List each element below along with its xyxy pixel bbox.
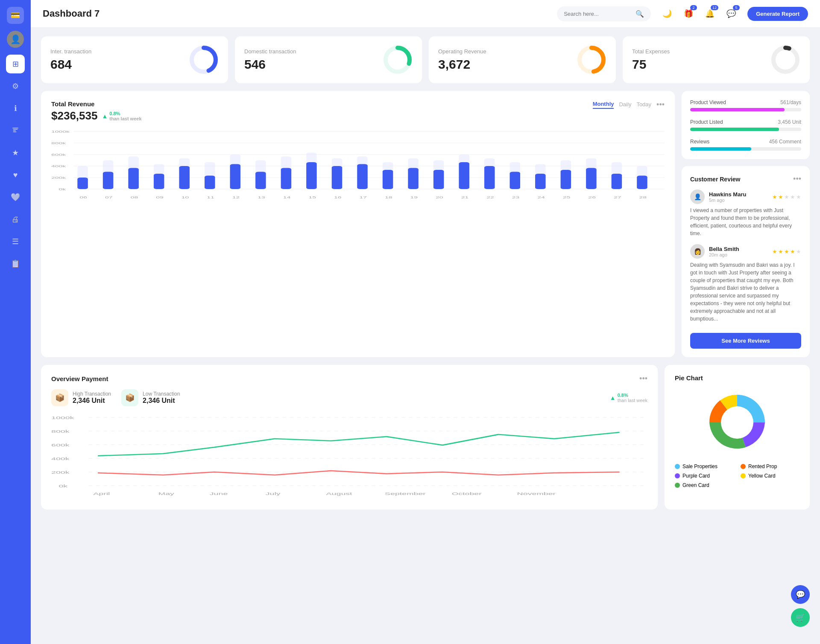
product-listed-label: Product Listed	[690, 119, 723, 125]
review-item-0: 👤 Hawkins Maru 5m ago ★ ★ ★ ★ ★	[690, 189, 801, 237]
bottom-row: Overview Payment ••• 📦 High Transaction …	[41, 365, 810, 510]
sidebar-item-docs[interactable]: 📋	[6, 254, 25, 273]
svg-text:25: 25	[563, 195, 571, 199]
sidebar-item-print[interactable]: 🖨	[6, 210, 25, 229]
svg-text:June: June	[210, 492, 228, 496]
svg-text:07: 07	[105, 195, 113, 199]
payment-more-icon[interactable]: •••	[639, 374, 647, 383]
stats-panel: Product Viewed 561/days Product Listed 3…	[682, 91, 810, 159]
cart-float-button[interactable]: 🛒	[791, 608, 810, 627]
svg-text:16: 16	[334, 195, 342, 199]
review-more-icon[interactable]: •••	[793, 175, 801, 184]
search-input[interactable]	[564, 11, 632, 17]
reviews-bar	[690, 147, 801, 151]
star-0-1: ★	[772, 194, 777, 200]
reviewer-info-1: Bella Smith 20m ago	[709, 246, 739, 257]
sidebar-item-star[interactable]: ★	[6, 143, 25, 162]
product-viewed-bar	[690, 108, 801, 111]
sidebar-logo[interactable]: 💳	[7, 7, 24, 24]
generate-report-button[interactable]: Generate Report	[747, 7, 808, 21]
domestic-transaction-label: Domestic transaction	[244, 48, 296, 55]
legend-color-green	[675, 483, 680, 488]
stat-product-viewed: Product Viewed 561/days	[690, 99, 801, 111]
stat-card-total-expenses: Total Expenses 75	[623, 36, 810, 83]
reviewer-name-1: Bella Smith	[709, 246, 739, 252]
svg-text:1000k: 1000k	[51, 130, 70, 134]
chart-more-icon[interactable]: •••	[656, 100, 665, 109]
stat-card-inter-transaction: Inter. transaction 684	[41, 36, 228, 83]
svg-rect-47	[408, 168, 419, 189]
svg-point-109	[721, 406, 753, 439]
star-1-5: ★	[796, 248, 801, 255]
star-0-3: ★	[784, 194, 789, 200]
sidebar-item-dashboard[interactable]: ⊞	[6, 55, 25, 73]
sidebar-item-menu[interactable]: ☰	[6, 232, 25, 251]
customer-review-panel: Customer Review ••• 👤 Hawkins Maru 5m ag…	[682, 166, 810, 357]
header-icons: 🌙 🎁2 🔔12 💬5	[659, 6, 739, 21]
payment-title: Overview Payment	[51, 375, 108, 382]
total-expenses-value: 75	[632, 57, 670, 72]
bell-icon-btn[interactable]: 🔔12	[702, 6, 718, 21]
pie-legend: Sale Properties Rented Prop Purple Card …	[675, 463, 800, 488]
sidebar-item-settings[interactable]: ⚙	[6, 77, 25, 96]
svg-rect-65	[637, 176, 647, 189]
star-1-1: ★	[772, 248, 777, 255]
reviews-value: 456 Comment	[769, 139, 801, 145]
svg-text:09: 09	[156, 195, 164, 199]
chat-badge: 5	[733, 5, 740, 10]
review-text-1: Dealing with Syamsudin and Bakri was a j…	[690, 261, 801, 323]
revenue-chart-title: Total Revenue	[51, 100, 142, 108]
svg-rect-31	[205, 176, 215, 189]
svg-text:06: 06	[80, 195, 88, 199]
reviewer-avatar-0: 👤	[690, 189, 705, 204]
sidebar-item-favorites[interactable]: ♥	[6, 166, 25, 184]
svg-rect-37	[281, 168, 292, 189]
user-avatar[interactable]: 👤	[7, 31, 24, 48]
payment-stats: 📦 High Transaction 2,346 Unit 📦 Low Tran…	[51, 389, 647, 406]
svg-rect-35	[255, 172, 266, 189]
svg-rect-41	[332, 166, 343, 189]
product-listed-value: 3,456 Unit	[778, 119, 801, 125]
sidebar-item-wishlist[interactable]: 🤍	[6, 188, 25, 207]
floating-buttons: 💬 🛒	[791, 585, 810, 627]
tab-monthly[interactable]: Monthly	[593, 101, 614, 109]
high-transaction-label: High Transaction	[73, 391, 111, 397]
moon-icon-btn[interactable]: 🌙	[659, 6, 675, 21]
tab-today[interactable]: Today	[636, 101, 651, 108]
svg-rect-57	[535, 174, 546, 189]
search-bar[interactable]: 🔍	[557, 6, 651, 21]
star-1-3: ★	[784, 248, 789, 255]
revenue-bar-chart: 1000k 800k 600k 400k 200k 0k	[51, 128, 665, 204]
reviews-fill	[690, 147, 751, 151]
sidebar-item-analytics[interactable]	[6, 121, 25, 140]
svg-rect-27	[154, 174, 164, 189]
sidebar-item-info[interactable]: ℹ	[6, 99, 25, 118]
low-transaction-label: Low Transaction	[143, 391, 180, 397]
svg-rect-33	[230, 164, 241, 189]
svg-text:26: 26	[588, 195, 596, 199]
svg-text:October: October	[452, 492, 482, 496]
main-content: Dashboard 7 🔍 🌙 🎁2 🔔12 💬5 Generate Repor…	[31, 0, 820, 644]
stat-card-domestic-transaction: Domestic transaction 546	[235, 36, 422, 83]
review-text-0: I viewed a number of properties with Jus…	[690, 207, 801, 237]
chat-icon-btn[interactable]: 💬5	[723, 6, 739, 21]
svg-rect-53	[484, 166, 495, 189]
svg-rect-29	[179, 166, 190, 189]
review-item-1: 👩 Bella Smith 20m ago ★ ★ ★ ★ ★	[690, 244, 801, 323]
see-more-reviews-button[interactable]: See More Reviews	[690, 333, 801, 349]
gift-badge: 2	[690, 5, 697, 10]
svg-text:600k: 600k	[51, 153, 66, 157]
svg-rect-21	[77, 178, 88, 189]
svg-rect-45	[383, 170, 393, 189]
high-transaction-stat: 📦 High Transaction 2,346 Unit	[51, 389, 111, 406]
tab-daily[interactable]: Daily	[619, 101, 631, 108]
product-listed-bar	[690, 128, 801, 131]
domestic-transaction-value: 546	[244, 57, 296, 72]
gift-icon-btn[interactable]: 🎁2	[681, 6, 696, 21]
stars-1: ★ ★ ★ ★ ★	[772, 248, 801, 255]
legend-yellow-card: Yellow Card	[741, 473, 800, 479]
legend-color-sale	[675, 464, 680, 469]
svg-rect-59	[561, 170, 571, 189]
support-float-button[interactable]: 💬	[791, 585, 810, 604]
star-0-5: ★	[796, 194, 801, 200]
